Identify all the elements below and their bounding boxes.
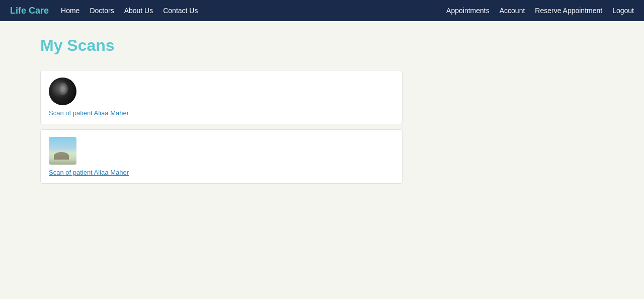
scan-link-1[interactable]: Scan of patient Aliaa Maher (49, 109, 129, 117)
scan-link-2[interactable]: Scan of patient Aliaa Maher (49, 169, 129, 176)
nav-about-us[interactable]: About Us (124, 7, 153, 15)
nav-doctors[interactable]: Doctors (90, 7, 114, 15)
nav-logout[interactable]: Logout (612, 7, 634, 15)
page-title: My Scans (40, 36, 604, 55)
scan-card-2: Scan of patient Aliaa Maher (40, 129, 403, 184)
nav-links: Home Doctors About Us Contact Us (61, 6, 198, 15)
nav-contact-us[interactable]: Contact Us (163, 7, 198, 15)
scans-list: Scan of patient Aliaa Maher Scan of pati… (40, 70, 403, 184)
brand-logo[interactable]: Life Care (10, 6, 49, 16)
nav-home[interactable]: Home (61, 7, 79, 15)
nav-appointments[interactable]: Appointments (446, 7, 490, 15)
nav-account[interactable]: Account (500, 7, 525, 15)
nav-right: Appointments Account Reserve Appointment… (446, 7, 634, 15)
nav-reserve-appointment[interactable]: Reserve Appointment (535, 7, 602, 15)
navbar: Life Care Home Doctors About Us Contact … (0, 0, 644, 21)
scan-thumbnail-1 (49, 78, 76, 105)
scan-thumbnail-2 (49, 137, 76, 165)
nav-left: Life Care Home Doctors About Us Contact … (10, 6, 198, 16)
main-content: My Scans Scan of patient Aliaa Maher Sca… (0, 21, 644, 199)
scan-card-1: Scan of patient Aliaa Maher (40, 70, 403, 124)
